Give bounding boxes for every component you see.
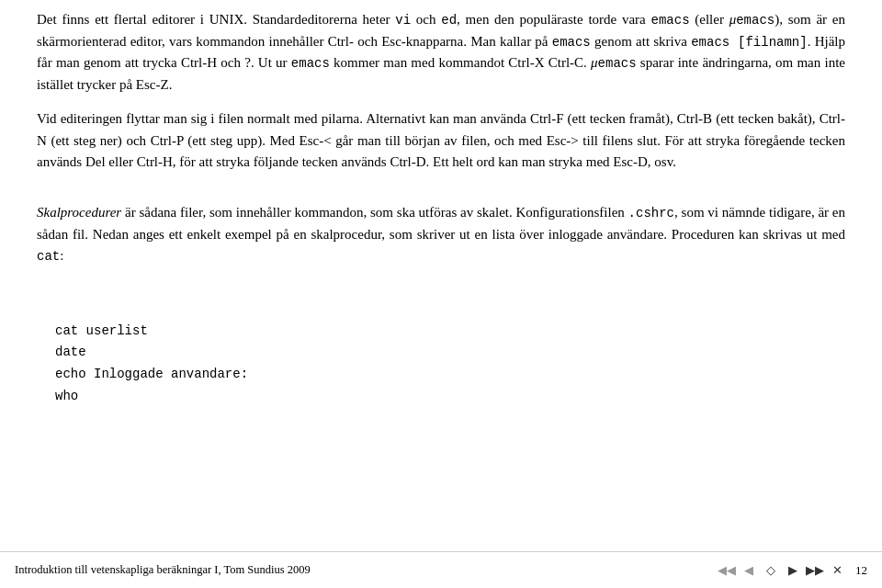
code-line-1: cat userlist — [55, 321, 845, 343]
footer: Introduktion till vetenskapliga beräknin… — [0, 551, 882, 588]
paragraph-1: Det finns ett flertal editorer i UNIX. S… — [37, 9, 845, 96]
code-line-2: date — [55, 342, 845, 364]
code-line-4: who — [55, 386, 845, 408]
page-number: 12 — [855, 563, 867, 578]
nav-prev-button[interactable]: ◀ — [740, 561, 758, 580]
paragraph-3: Skalprocedurer är sådana filer, som inne… — [37, 202, 845, 267]
main-content: Det finns ett flertal editorer i UNIX. S… — [37, 0, 845, 542]
footer-title: Introduktion till vetenskapliga beräknin… — [15, 563, 311, 577]
nav-diamond-button[interactable]: ◇ — [762, 561, 780, 580]
code-block: cat userlist date echo Inloggade anvanda… — [55, 321, 845, 408]
footer-navigation: ◀◀ ◀ ◇ ▶ ▶▶ ✕ 12 — [718, 561, 867, 580]
nav-next-button[interactable]: ▶ — [784, 561, 802, 580]
nav-close-button[interactable]: ✕ — [828, 561, 846, 580]
paragraph-2: Vid editeringen flyttar man sig i filen … — [37, 108, 845, 173]
nav-last-button[interactable]: ▶▶ — [806, 561, 824, 580]
code-line-3: echo Inloggade anvandare: — [55, 364, 845, 386]
nav-first-button[interactable]: ◀◀ — [718, 561, 736, 580]
